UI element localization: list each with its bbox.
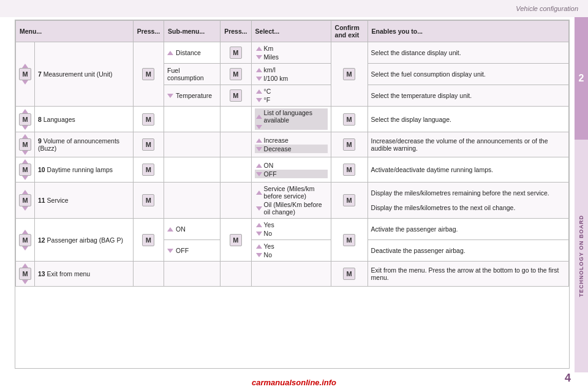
submenu-distance: Distance <box>164 42 221 64</box>
press-m-11[interactable]: M <box>133 183 164 219</box>
menu-arrows-11: M <box>16 183 35 219</box>
press-m-7[interactable]: M <box>133 42 164 107</box>
select-12-off: Yes No <box>251 240 331 262</box>
enables-11: Display the miles/kilometres remaining b… <box>368 183 568 219</box>
arrow-up-icon <box>256 89 262 94</box>
confirm-13[interactable]: M <box>331 262 368 287</box>
table-row: M 13 Exit from menu M Exit from the menu… <box>16 262 569 287</box>
sidebar-label-container: TECHNOLOGY ON BOARD <box>575 140 588 372</box>
arrow-up-icon[interactable] <box>22 64 28 68</box>
press-m-8[interactable]: M <box>133 107 164 132</box>
m-button[interactable]: M <box>19 164 31 176</box>
press-m-distance[interactable]: M <box>221 42 251 64</box>
enables-fuel: Select the fuel consumption display unit… <box>368 64 568 85</box>
press-m-10[interactable]: M <box>133 157 164 183</box>
chapter-number: 4 <box>565 372 571 385</box>
tab-number: 2 <box>579 73 584 84</box>
arrow-up-icon[interactable] <box>22 263 28 268</box>
header-confirm: Confirm and exit <box>331 21 368 42</box>
arrow-down-icon <box>256 232 262 236</box>
arrow-down-icon[interactable] <box>22 176 28 180</box>
confirm-11[interactable]: M <box>331 183 368 219</box>
menu-arrows-13: M <box>16 262 35 287</box>
m-button[interactable]: M <box>19 268 31 280</box>
arrow-up-icon <box>256 138 262 143</box>
m-button[interactable]: M <box>19 234 31 246</box>
press-m-fuel[interactable]: M <box>221 64 251 85</box>
submenu-temp: Temperature <box>164 85 221 107</box>
menu-arrows-8: M <box>16 107 35 132</box>
arrow-down-icon[interactable] <box>22 280 28 284</box>
m-button[interactable]: M <box>19 68 31 80</box>
table-row: M 12 Passenger airbag (BAG P) M ON M Yes… <box>16 219 569 240</box>
chapter-tab: 2 <box>575 17 588 140</box>
m-button[interactable]: M <box>19 113 31 126</box>
config-table: Menu... Press... Sub-menu... Press... Se… <box>15 20 569 287</box>
arrow-up-icon[interactable] <box>22 230 28 234</box>
enables-10: Activate/deactivate daytime running lamp… <box>368 157 568 183</box>
press2-11 <box>221 183 251 219</box>
press2-9 <box>221 132 251 157</box>
submenu-fuel: Fuel consumption <box>164 64 221 85</box>
arrow-down-icon <box>256 147 262 151</box>
press-m-temp[interactable]: M <box>221 85 251 107</box>
enables-12-off: Deactivate the passenger airbag. <box>368 240 568 262</box>
header-menu: Menu... <box>16 21 134 42</box>
confirm-10[interactable]: M <box>331 157 368 183</box>
press2-10 <box>221 157 251 183</box>
arrow-up-icon[interactable] <box>22 190 28 194</box>
m-button[interactable]: M <box>19 138 31 151</box>
enables-9: Increase/decrease the volume of the anno… <box>368 132 568 157</box>
select-temp: °C °F <box>251 85 331 107</box>
table-row: M 7 Measurement unit (Unit) M Distance M… <box>16 42 569 64</box>
menu-label-8: 8 Languages <box>35 107 134 132</box>
arrow-up-icon <box>256 47 262 51</box>
confirm-12[interactable]: M <box>331 219 368 262</box>
arrow-down-icon <box>256 98 262 102</box>
select-fuel: km/l l/100 km <box>251 64 331 85</box>
arrow-up-icon[interactable] <box>22 109 28 113</box>
arrow-down-icon[interactable] <box>22 246 28 251</box>
select-8: List of languages available <box>251 107 331 132</box>
menu-label-7: 7 Measurement unit (Unit) <box>35 42 134 107</box>
menu-arrows-12: M <box>16 219 35 262</box>
menu-label-9: 9 Volume of announcements (Buzz) <box>35 132 134 157</box>
confirm-8[interactable]: M <box>331 107 368 132</box>
submenu-11 <box>164 183 221 219</box>
arrow-down-icon[interactable] <box>22 206 28 211</box>
arrow-up-icon[interactable] <box>22 159 28 164</box>
select-11: Service (Miles/km before service) Oil (M… <box>251 183 331 219</box>
table-row: M 9 Volume of announcements (Buzz) M Inc… <box>16 132 569 157</box>
table-row: M 11 Service M Service (Miles/km before … <box>16 183 569 219</box>
menu-arrows-7: M <box>16 42 35 107</box>
press-m-9[interactable]: M <box>133 132 164 157</box>
submenu-9 <box>164 132 221 157</box>
arrow-down-icon[interactable] <box>22 126 28 130</box>
arrow-down-icon[interactable] <box>22 151 28 155</box>
arrow-down-icon <box>167 94 173 98</box>
enables-8: Select the display language. <box>368 107 568 132</box>
arrow-up-icon <box>256 223 262 227</box>
menu-arrows-9: M <box>16 132 35 157</box>
confirm-9[interactable]: M <box>331 132 368 157</box>
header-enables: Enables you to... <box>368 21 568 42</box>
confirm-7[interactable]: M <box>331 42 368 107</box>
submenu-12-on: ON <box>164 219 221 240</box>
arrow-down-icon <box>256 77 262 81</box>
m-button[interactable]: M <box>19 194 31 206</box>
submenu-8 <box>164 107 221 132</box>
menu-label-11: 11 Service <box>35 183 134 219</box>
sidebar-label: TECHNOLOGY ON BOARD <box>578 215 584 297</box>
arrow-up-icon <box>256 115 262 119</box>
press2-m-12[interactable]: M <box>221 219 251 262</box>
press-m-12[interactable]: M <box>133 219 164 262</box>
menu-arrows-10: M <box>16 157 35 183</box>
arrow-up-icon[interactable] <box>22 134 28 138</box>
menu-label-12: 12 Passenger airbag (BAG P) <box>35 219 134 262</box>
table-row: M 8 Languages M List of languages availa… <box>16 107 569 132</box>
arrow-up-icon <box>167 227 173 232</box>
arrow-up-icon <box>256 68 262 72</box>
arrow-down-icon[interactable] <box>22 80 28 85</box>
enables-12-on: Activate the passenger airbag. <box>368 219 568 240</box>
header-press: Press... <box>133 21 164 42</box>
